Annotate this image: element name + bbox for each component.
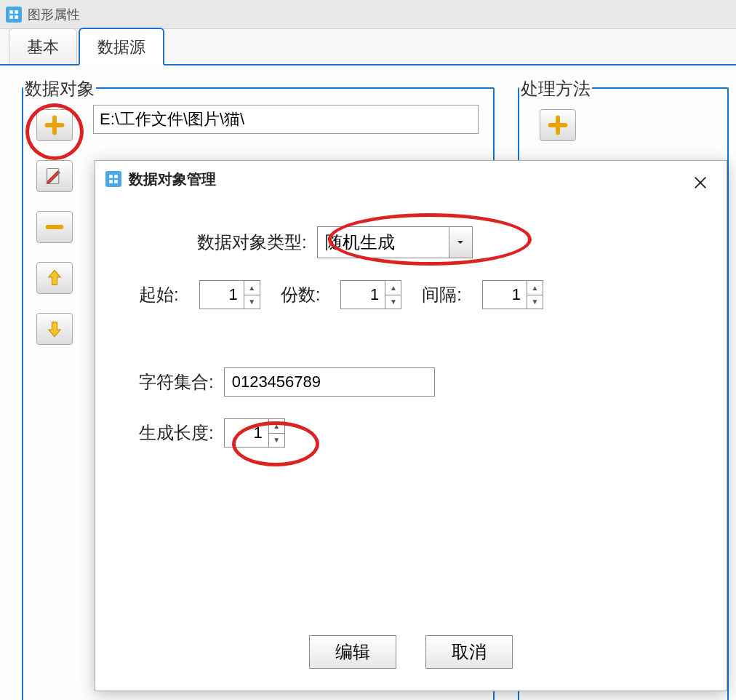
arrow-up-icon xyxy=(44,268,65,288)
start-label: 起始: xyxy=(139,283,179,306)
length-input[interactable] xyxy=(225,419,268,447)
dialog-titlebar: 数据对象管理 xyxy=(95,161,727,197)
charset-label: 字符集合: xyxy=(139,370,214,394)
start-spin-up[interactable]: ▲ xyxy=(244,281,260,295)
charset-input[interactable] xyxy=(224,367,435,397)
move-up-button[interactable] xyxy=(36,262,73,294)
minus-icon xyxy=(44,217,65,237)
interval-label: 间隔: xyxy=(422,283,462,306)
charset-row: 字符集合: xyxy=(139,367,690,397)
copies-input[interactable] xyxy=(341,281,385,309)
proc-add-button[interactable] xyxy=(540,109,576,141)
chevron-down-icon xyxy=(456,238,465,247)
svg-rect-2 xyxy=(9,15,13,19)
main-window: 图形属性 基本 数据源 数据对象 处理方法 xyxy=(0,0,736,700)
close-button[interactable] xyxy=(686,168,715,197)
length-spinner[interactable]: ▲▼ xyxy=(224,418,285,448)
start-spin-down[interactable]: ▼ xyxy=(244,295,260,309)
type-combo[interactable] xyxy=(317,226,473,258)
svg-rect-1 xyxy=(15,10,18,14)
interval-spin-up[interactable]: ▲ xyxy=(527,281,543,295)
add-button[interactable] xyxy=(36,109,73,141)
dialog-footer: 编辑 取消 xyxy=(95,635,727,669)
remove-button[interactable] xyxy=(36,211,73,243)
length-label: 生成长度: xyxy=(139,421,214,445)
move-down-button[interactable] xyxy=(36,313,73,345)
close-icon xyxy=(692,175,708,191)
app-icon xyxy=(6,7,22,23)
edit-submit-button[interactable]: 编辑 xyxy=(309,635,396,669)
type-combo-dropdown[interactable] xyxy=(449,227,472,258)
data-object-manager-dialog: 数据对象管理 数据对象类型: 起始: ▲▼ xyxy=(95,160,727,691)
tab-basic[interactable]: 基本 xyxy=(9,28,77,64)
window-title: 图形属性 xyxy=(28,6,80,23)
type-row: 数据对象类型: xyxy=(197,226,690,258)
counters-row: 起始: ▲▼ 份数: ▲▼ 间隔: ▲▼ xyxy=(139,280,690,309)
data-object-legend: 数据对象 xyxy=(23,77,96,100)
start-input[interactable] xyxy=(200,281,244,309)
plus-icon xyxy=(548,115,568,135)
data-path-input[interactable] xyxy=(93,105,479,134)
svg-rect-6 xyxy=(114,175,118,178)
copies-spin-up[interactable]: ▲ xyxy=(385,281,401,295)
arrow-down-icon xyxy=(44,319,65,339)
cancel-button[interactable]: 取消 xyxy=(425,635,513,669)
data-object-toolbar xyxy=(36,109,73,345)
processing-toolbar xyxy=(540,109,576,141)
processing-legend: 处理方法 xyxy=(519,77,592,100)
svg-rect-7 xyxy=(109,180,113,183)
svg-rect-8 xyxy=(114,180,118,183)
length-spin-up[interactable]: ▲ xyxy=(269,419,284,434)
interval-spinner[interactable]: ▲▼ xyxy=(482,280,543,309)
dialog-icon xyxy=(105,171,121,187)
copies-spin-down[interactable]: ▼ xyxy=(385,295,401,309)
copies-label: 份数: xyxy=(281,283,321,306)
length-spin-down[interactable]: ▼ xyxy=(269,434,284,448)
dialog-title: 数据对象管理 xyxy=(129,170,216,189)
plus-icon xyxy=(44,115,65,135)
titlebar: 图形属性 xyxy=(0,0,736,29)
tabs-bar: 基本 数据源 xyxy=(0,29,736,65)
svg-rect-5 xyxy=(109,175,113,178)
svg-rect-0 xyxy=(9,10,13,14)
interval-spin-down[interactable]: ▼ xyxy=(527,295,543,309)
type-combo-input[interactable] xyxy=(318,227,449,258)
dialog-body: 数据对象类型: 起始: ▲▼ 份数: ▲▼ xyxy=(95,197,727,484)
start-spinner[interactable]: ▲▼ xyxy=(199,280,260,309)
pencil-icon xyxy=(44,166,65,186)
interval-input[interactable] xyxy=(483,281,527,309)
type-label: 数据对象类型: xyxy=(197,231,307,254)
length-row: 生成长度: ▲▼ xyxy=(139,418,690,448)
svg-rect-3 xyxy=(15,15,18,19)
tab-datasource[interactable]: 数据源 xyxy=(79,28,164,65)
edit-button[interactable] xyxy=(36,160,73,192)
copies-spinner[interactable]: ▲▼ xyxy=(340,280,401,309)
